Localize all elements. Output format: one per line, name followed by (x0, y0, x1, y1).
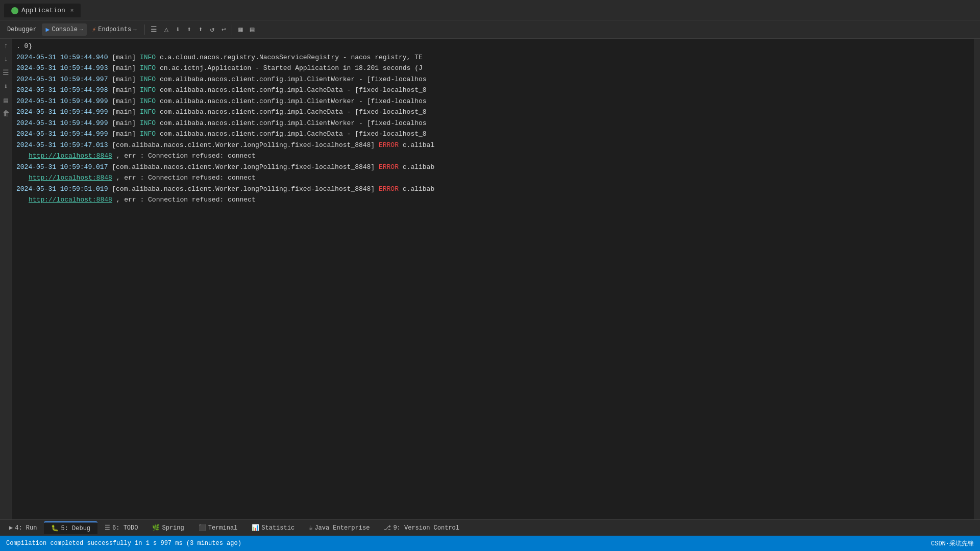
log-timestamp: 2024-05-31 10:59:49.017 (16, 163, 108, 171)
log-timestamp: 2024-05-31 10:59:44.999 (16, 97, 108, 105)
log-timestamp: 2024-05-31 10:59:51.019 (16, 185, 108, 193)
console-area: ↑ ↓ ☰ ⬇ ▤ 🗑 . 0} 2024-05-31 10:59:44.940… (0, 39, 980, 519)
log-logger: com.alibaba.nacos.client.config.impl.Cli… (160, 119, 355, 127)
scroll-up-icon[interactable]: △ (161, 23, 172, 36)
gutter-clear-icon[interactable]: 🗑 (2, 109, 11, 119)
log-timestamp: 2024-05-31 10:59:47.013 (16, 141, 108, 149)
log-message: - nacos registry, TE (343, 54, 423, 61)
log-line: 2024-05-31 10:59:44.997 [main] INFO com.… (12, 74, 974, 85)
tab-debug-label: 5: Debug (61, 525, 90, 532)
log-line: 2024-05-31 10:59:44.999 [main] INFO com.… (12, 107, 974, 118)
log-thread: [com.alibaba.nacos.client.Worker.longPol… (112, 185, 375, 193)
tab-terminal-label: Terminal (208, 524, 238, 532)
log-logger: c.alibab (403, 163, 434, 171)
log-logger: com.alibaba.nacos.client.config.impl.Cac… (160, 108, 343, 116)
log-message: - [fixed-localhos (359, 76, 427, 83)
refresh-icon[interactable]: ↺ (207, 23, 217, 36)
tab-todo[interactable]: ☰ 6: TODO (97, 522, 145, 534)
gutter-down-icon[interactable]: ↓ (3, 54, 9, 64)
log-line: 2024-05-31 10:59:49.017 [com.alibaba.nac… (12, 162, 974, 173)
tab-bar: Application × (0, 0, 980, 20)
gutter-save-icon[interactable]: ⬇ (3, 81, 9, 92)
todo-icon: ☰ (105, 524, 110, 532)
log-level: INFO (140, 64, 156, 72)
tab-terminal[interactable]: ⬛ Terminal (191, 522, 245, 534)
log-thread: [com.alibaba.nacos.client.Worker.longPol… (112, 163, 375, 171)
log-level: INFO (140, 54, 156, 61)
toolbar-separator-2 (232, 24, 232, 35)
log-thread: [main] (112, 76, 136, 83)
log-thread: [main] (112, 130, 136, 138)
log-timestamp: 2024-05-31 10:59:44.999 (16, 108, 108, 116)
log-plain-text: . 0} (16, 42, 32, 50)
tab-statistic-label: Statistic (261, 524, 295, 532)
log-thread: [main] (112, 86, 136, 94)
log-logger: com.alibaba.nacos.client.config.impl.Cli… (160, 97, 355, 105)
log-level: ERROR (379, 163, 399, 171)
log-thread: [main] (112, 108, 136, 116)
debugger-label: Debugger (7, 26, 37, 33)
tab-run[interactable]: ▶ 4: Run (2, 522, 44, 534)
endpoints-button[interactable]: ⚡ Endpoints → (88, 23, 140, 36)
localhost-link-2[interactable]: http://localhost:8848 (29, 174, 112, 182)
log-thread: [main] (112, 64, 136, 72)
scrollbar[interactable] (974, 39, 980, 519)
scroll-top2-icon[interactable]: ⬆ (195, 23, 206, 36)
debugger-button[interactable]: Debugger (3, 24, 41, 35)
log-line: 2024-05-31 10:59:51.019 [com.alibaba.nac… (12, 184, 974, 195)
log-timestamp: 2024-05-31 10:59:44.940 (16, 54, 108, 61)
localhost-link-1[interactable]: http://localhost:8848 (29, 152, 112, 160)
log-timestamp: 2024-05-31 10:59:44.997 (16, 76, 108, 83)
log-timestamp: 2024-05-31 10:59:44.999 (16, 119, 108, 127)
log-logger: c.alibab (403, 185, 434, 193)
log-level: ERROR (379, 185, 399, 193)
endpoints-label: Endpoints (98, 26, 131, 33)
log-level: INFO (140, 108, 156, 116)
grid-icon[interactable]: ▦ (235, 23, 246, 36)
tab-close-button[interactable]: × (70, 8, 74, 14)
log-content: . 0} 2024-05-31 10:59:44.940 [main] INFO… (12, 39, 974, 519)
scroll-top-icon[interactable]: ⬆ (184, 23, 194, 36)
toolbar: Debugger ▶ Console → ⚡ Endpoints → ☰ △ ⬇… (0, 20, 980, 39)
tab-spring[interactable]: 🌿 Spring (145, 522, 191, 534)
log-logger: cn.ac.ictnj.Application (160, 64, 251, 72)
localhost-link-3[interactable]: http://localhost:8848 (29, 196, 112, 204)
log-thread: [com.alibaba.nacos.client.Worker.longPol… (112, 141, 375, 149)
tab-version-control[interactable]: ⎇ 9: Version Control (377, 522, 467, 534)
status-message: Compilation completed successfully in 1 … (6, 540, 241, 547)
menu-grid-icon[interactable]: ▤ (247, 23, 257, 36)
log-error-suffix: , err : Connection refused: connect (116, 196, 256, 204)
tab-debug[interactable]: 🐛 5: Debug (44, 521, 97, 534)
log-line: 2024-05-31 10:59:44.999 [main] INFO com.… (12, 118, 974, 129)
console-button[interactable]: ▶ Console → (42, 23, 87, 36)
log-logger: c.a.cloud.nacos.registry.NacosServiceReg… (160, 54, 339, 61)
endpoints-arrow: → (133, 27, 137, 33)
status-bar: Compilation completed successfully in 1 … (0, 536, 980, 551)
log-level: INFO (140, 86, 156, 94)
console-icon: ▶ (46, 26, 50, 34)
log-error-suffix: , err : Connection refused: connect (116, 152, 256, 160)
log-level: INFO (140, 130, 156, 138)
scroll-end-icon[interactable]: ⬇ (173, 23, 183, 36)
log-message: - [fixed-localhost_8 (347, 130, 427, 138)
gutter-up-icon[interactable]: ↑ (3, 41, 9, 51)
tab-statistic[interactable]: 📊 Statistic (244, 522, 302, 534)
log-logger: com.alibaba.nacos.client.config.impl.Cac… (160, 130, 343, 138)
status-left: Compilation completed successfully in 1 … (6, 540, 241, 547)
log-line: 2024-05-31 10:59:44.993 [main] INFO cn.a… (12, 63, 974, 74)
log-line: 2024-05-31 10:59:47.013 [com.alibaba.nac… (12, 140, 974, 151)
log-error-suffix: , err : Connection refused: connect (116, 174, 256, 182)
gutter-print-icon[interactable]: ▤ (3, 95, 9, 106)
tab-java-enterprise[interactable]: ☕ Java Enterprise (302, 522, 377, 534)
run-icon: ▶ (9, 524, 13, 532)
log-level: ERROR (379, 141, 399, 149)
log-line: http://localhost:8848 , err : Connection… (12, 151, 974, 162)
list-icon[interactable]: ☰ (148, 23, 160, 36)
terminal-icon: ⬛ (199, 524, 206, 532)
undo-icon[interactable]: ↩ (218, 23, 229, 36)
application-tab[interactable]: Application × (4, 4, 81, 17)
debug-icon: 🐛 (51, 524, 59, 532)
log-level: INFO (140, 119, 156, 127)
log-timestamp: 2024-05-31 10:59:44.998 (16, 86, 108, 94)
gutter-list-icon[interactable]: ☰ (2, 67, 10, 78)
